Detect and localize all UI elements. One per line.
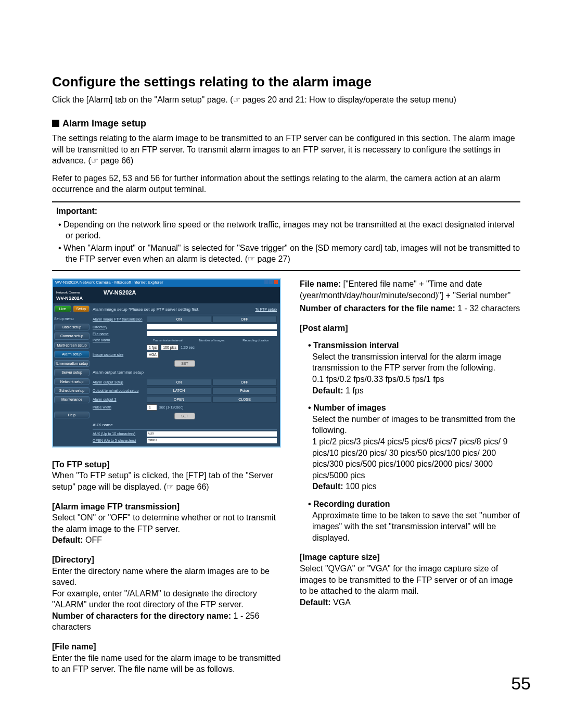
dir-body-2: For example, enter "/ALARM" to designate… bbox=[52, 588, 281, 610]
left-column: WV-NS202A Network Camera - Microsoft Int… bbox=[52, 278, 281, 675]
important-item-1: • When "Alarm input" or "Manual" is sele… bbox=[52, 242, 520, 265]
sidebar-item[interactable]: ILmemoration setup bbox=[54, 360, 90, 367]
window-title: WV-NS202A Network Camera - Microsoft Int… bbox=[55, 280, 163, 286]
noi-default: Default: 100 pics bbox=[300, 481, 520, 492]
sidebar-item[interactable]: Maintenance bbox=[54, 396, 90, 403]
aift-default: Default: OFF bbox=[52, 534, 281, 546]
model-header: Network CameraWV-NS202A WV-NS202A bbox=[53, 287, 280, 303]
right-column: File name: ["Entered file name" + "Time … bbox=[300, 278, 520, 675]
setup-button[interactable]: Setup bbox=[73, 305, 90, 312]
app-screenshot: WV-NS202A Network Camera - Microsoft Int… bbox=[52, 278, 281, 448]
important-item-0: • Depending on the network line speed or… bbox=[52, 219, 520, 241]
ti-body-1: Select the transmission interval for the… bbox=[300, 351, 520, 374]
ics-select[interactable]: VGA bbox=[147, 352, 159, 357]
pa-head: [Post alarm] bbox=[300, 323, 520, 334]
main-panel: Alarm image setup *Please set up FTP ser… bbox=[91, 303, 280, 446]
important-box: Important: • Depending on the network li… bbox=[52, 201, 520, 271]
noi-head: • Number of images bbox=[300, 402, 520, 414]
page-title: Configure the settings relating to the a… bbox=[52, 73, 520, 91]
file-name-input[interactable] bbox=[147, 331, 277, 336]
on-button[interactable]: ON bbox=[147, 316, 211, 323]
sidebar-item[interactable]: Network setup bbox=[54, 378, 90, 385]
aift-head: [Alarm image FTP transmission] bbox=[52, 501, 281, 513]
sidebar-item[interactable]: Basic setup bbox=[54, 324, 90, 330]
fnchars-line: Number of characters for the file name: … bbox=[300, 303, 520, 314]
ti-default: Default: 1 fps bbox=[300, 385, 520, 397]
ics-body: Select "QVGA" or "VGA" for the image cap… bbox=[300, 563, 520, 597]
square-icon bbox=[52, 120, 59, 127]
set-button[interactable]: SET bbox=[174, 360, 195, 367]
fn-line: File name: ["Entered file name" + "Time … bbox=[300, 278, 520, 301]
sidebar-item[interactable]: Schedule setup bbox=[54, 387, 90, 394]
noi-body-2: 1 pic/2 pics/3 pics/4 pics/5 pics/6 pics… bbox=[300, 436, 520, 481]
live-button[interactable]: Live bbox=[54, 305, 71, 312]
ics-head: [Image capture size] bbox=[300, 552, 520, 563]
intro-text: Click the [Alarm] tab on the "Alarm setu… bbox=[52, 94, 520, 106]
toftp-body: When "To FTP setup" is clicked, the [FTP… bbox=[52, 470, 281, 492]
setup-menu-label: Setup menu bbox=[54, 316, 90, 321]
dir-body-1: Enter the directory name where the alarm… bbox=[52, 566, 281, 588]
toftp-head: [To FTP setup] bbox=[52, 459, 281, 470]
important-title: Important: bbox=[56, 206, 520, 217]
noi-select[interactable]: 100 pics bbox=[161, 344, 178, 350]
ti-select[interactable]: 1 fps bbox=[147, 344, 159, 350]
rd-head: • Recording duration bbox=[300, 499, 520, 510]
off-button[interactable]: OFF bbox=[212, 316, 277, 323]
directory-input[interactable] bbox=[147, 324, 277, 329]
sidebar-item-alarm[interactable]: Alarm setup bbox=[54, 351, 90, 357]
body-paragraph-2: Refer to pages 52, 53 and 56 for further… bbox=[52, 173, 520, 195]
page-number: 55 bbox=[511, 672, 531, 696]
fn-head: [File name] bbox=[52, 641, 281, 653]
sidebar-item[interactable]: Multi-screen setup bbox=[54, 342, 90, 349]
ti-body-2: 0.1 fps/0.2 fps/0.33 fps/0.5 fps/1 fps bbox=[300, 374, 520, 385]
sidebar-item[interactable]: Camera setup bbox=[54, 333, 90, 339]
window-titlebar: WV-NS202A Network Camera - Microsoft Int… bbox=[53, 279, 280, 287]
rd-body: Approximate time to be taken to save the… bbox=[300, 510, 520, 544]
set-button-2[interactable]: SET bbox=[174, 413, 195, 419]
to-ftp-link[interactable]: To FTP setup bbox=[255, 307, 277, 313]
help-button[interactable]: Help bbox=[54, 412, 90, 418]
sidebar: Live Setup Setup menu Basic setup Camera… bbox=[53, 303, 91, 446]
fn-body: Enter the file name used for the alarm i… bbox=[52, 653, 281, 675]
aift-body: Select "ON" or "OFF" to determine whethe… bbox=[52, 512, 281, 534]
window-buttons bbox=[264, 280, 278, 286]
dir-head: [Directory] bbox=[52, 554, 281, 566]
ics-default: Default: VGA bbox=[300, 597, 520, 608]
section-heading: Alarm image setup bbox=[52, 117, 520, 130]
noi-body-1: Select the number of images to be transm… bbox=[300, 414, 520, 436]
body-paragraph-1: The settings relating to the alarm image… bbox=[52, 133, 520, 167]
section-heading-text: Alarm image setup bbox=[62, 118, 146, 129]
sidebar-item[interactable]: Server setup bbox=[54, 369, 90, 376]
ti-head: • Transmission interval bbox=[300, 340, 520, 351]
dir-num: Number of characters for the directory n… bbox=[52, 610, 281, 633]
